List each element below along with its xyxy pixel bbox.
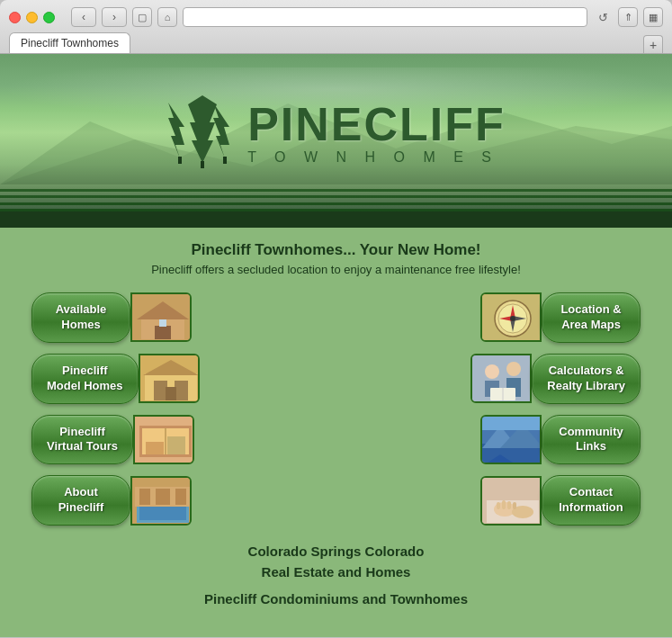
new-tab-button[interactable]: + [643,35,663,53]
footer-line1: Colorado Springs Colorado [27,542,645,562]
forward-button[interactable]: › [102,7,127,27]
nav-label-line1: Available [56,302,107,316]
calculators-image [470,354,532,403]
svg-rect-52 [139,507,186,520]
svg-rect-51 [175,489,186,505]
contact-thumbnail [482,478,542,526]
welcome-subtitle: Pinecliff offers a secluded location to … [27,263,645,276]
community-thumbnail [482,417,542,464]
community-links-button[interactable]: Community Links [542,415,641,465]
nav-label-line2: Information [559,500,623,514]
logo-text: PINECLIFF T O W N H O M E S [247,101,506,166]
logo-townhomes: T O W N H O M E S [247,149,506,166]
homes-thumbnail [132,294,192,342]
maximize-button[interactable] [43,12,55,23]
nav-label-line2: Pinecliff [58,500,104,514]
nav-community-links[interactable]: Community Links [350,415,641,465]
svg-rect-57 [497,502,500,509]
share-button[interactable]: ⇑ [618,7,638,27]
dark-band [0,211,672,228]
nav-calculators[interactable]: Calculators & Realty Library [350,354,641,404]
nav-label-line1: Pinecliff [62,364,108,377]
content-area: Pinecliff Townhomes... Your New Home! Pi… [0,228,672,637]
svg-rect-6 [201,161,204,168]
available-homes-image [130,292,192,342]
svg-rect-24 [175,381,188,400]
address-bar[interactable] [183,7,587,27]
svg-rect-58 [502,500,506,509]
reader-button[interactable]: ▢ [132,7,152,27]
reload-button[interactable]: ↺ [593,7,613,27]
svg-rect-45 [482,417,542,430]
svg-rect-23 [154,381,167,400]
nav-label-line2: Realty Library [547,379,625,392]
contact-button[interactable]: Contact Information [542,475,641,526]
nav-about[interactable]: About Pinecliff [31,475,323,526]
header-stripes [0,189,672,211]
tab-label: Pinecliff Townhomes [21,37,119,49]
svg-rect-5 [178,157,182,164]
site-header: PINECLIFF T O W N H O M E S [0,54,672,211]
svg-point-28 [485,364,499,379]
nav-label-line2: Homes [61,318,100,331]
tours-thumbnail [135,417,194,464]
nav-label-line1: About [64,485,98,499]
nav-label-line1: Pinecliff [59,425,105,438]
nav-label-line1: Community [559,425,623,438]
svg-point-30 [506,362,521,376]
virtual-tours-button[interactable]: Pinecliff Virtual Tours [31,415,133,465]
model-thumbnail [140,355,200,403]
nav-available-homes[interactable]: Available Homes [31,292,323,343]
traffic-lights [9,12,55,23]
svg-rect-59 [507,501,511,509]
about-button[interactable]: About Pinecliff [31,475,130,526]
browser-tabs: Pinecliff Townhomes + [9,32,663,53]
community-links-image [480,415,542,464]
location-maps-button[interactable]: Location & Area Maps [542,292,641,343]
logo-trees-icon [166,86,238,180]
website-content: PINECLIFF T O W N H O M E S Pinecliff To… [0,54,672,637]
nav-label-line2: Links [576,439,606,453]
nav-model-homes[interactable]: Pinecliff Model Homes [31,354,323,404]
nav-label-line2: Virtual Tours [47,439,118,453]
location-maps-image [480,292,542,342]
footer-line3: Pinecliff Condominiums and Townhomes [27,589,645,610]
welcome-title: Pinecliff Townhomes... Your New Home! [27,241,645,259]
svg-marker-2 [168,103,184,158]
calculators-button[interactable]: Calculators & Realty Library [532,354,641,404]
contact-image [480,476,542,526]
calc-thumbnail [472,355,532,403]
svg-rect-60 [513,502,516,509]
available-homes-button[interactable]: Available Homes [31,292,130,343]
active-tab[interactable]: Pinecliff Townhomes [9,32,130,53]
logo-pinecliff: PINECLIFF [247,101,506,148]
about-thumbnail [132,478,192,526]
svg-rect-38 [167,436,185,454]
virtual-tours-image [133,415,194,464]
back-button[interactable]: ‹ [71,7,96,27]
svg-rect-49 [139,489,150,505]
svg-marker-4 [213,103,229,158]
svg-rect-12 [159,319,166,327]
close-button[interactable] [9,12,21,23]
nav-label-line2: Model Homes [47,379,123,392]
maps-thumbnail [482,294,542,342]
model-homes-button[interactable]: Pinecliff Model Homes [31,354,139,404]
home-button[interactable]: ⌂ [157,7,177,27]
svg-rect-50 [156,489,170,505]
nav-label-line1: Location & [560,302,621,316]
nav-location-maps[interactable]: Location & Area Maps [350,292,641,343]
browser-chrome: ‹ › ▢ ⌂ ↺ ⇑ ▦ Pinecliff Townhomes + [0,0,672,54]
svg-point-20 [510,316,515,321]
svg-rect-11 [155,326,171,339]
minimize-button[interactable] [26,12,38,23]
model-homes-image [139,354,200,403]
svg-rect-25 [166,387,176,400]
svg-marker-3 [188,95,217,163]
tabs-button[interactable]: ▦ [643,7,663,27]
nav-label-line1: Calculators & [549,364,624,377]
nav-contact[interactable]: Contact Information [350,475,641,526]
footer-line2: Real Estate and Homes [27,562,645,583]
about-image [130,476,192,526]
nav-virtual-tours[interactable]: Pinecliff Virtual Tours [31,415,323,465]
